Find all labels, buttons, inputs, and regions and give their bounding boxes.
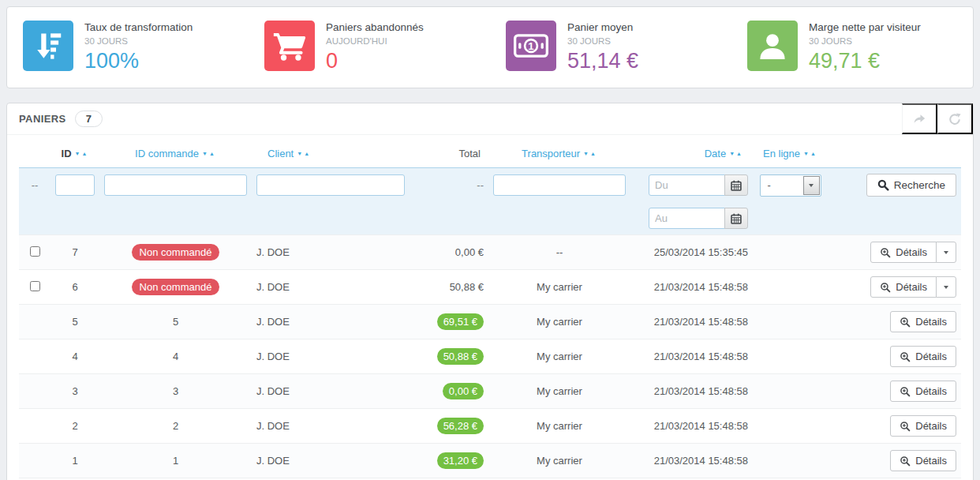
column-header-date[interactable]: Date▼▲ [630,140,753,168]
cell-total: 0,00 € [410,374,488,409]
column-header-order-id[interactable]: ID commande▼▲ [99,140,252,168]
sort-icons[interactable]: ▼▲ [803,151,817,156]
carts-table: ID▼▲ ID commande▼▲ Client▼▲ Total Transp… [19,140,961,478]
select-dropdown-button[interactable] [803,176,820,195]
cell-online [753,339,828,374]
table-header-row: ID▼▲ ID commande▼▲ Client▼▲ Total Transp… [19,140,961,168]
cell-client: J. DOE [252,339,410,374]
kpi-panel: Taux de transformation 30 JOURS 100% Pan… [6,6,974,88]
filter-checkbox-placeholder: -- [19,168,50,203]
kpi-card-average-cart: 1 Panier moyen 30 JOURS 51,14 € [490,21,731,74]
sort-icons[interactable]: ▼▲ [729,151,743,156]
refresh-button[interactable] [937,103,973,134]
filter-id-input[interactable] [55,174,95,196]
filter-online-select[interactable]: - [760,174,821,197]
cell-client: J. DOE [252,305,410,339]
cell-total: 69,51 € [410,305,488,339]
cell-total: 56,28 € [410,409,488,444]
column-header-id[interactable]: ID▼▲ [50,140,99,168]
money-icon: 1 [506,21,556,71]
calendar-icon [731,180,742,191]
kpi-title: Taux de transformation [84,21,193,34]
table-body: 7 Non commandé J. DOE 0,00 € -- 25/03/20… [19,235,961,478]
filter-row-date-to [19,202,961,235]
table-row: 4 4 J. DOE 50,88 € My carrier 21/03/2014… [19,339,961,374]
carts-panel: PANIERS 7 ID▼▲ [6,103,974,480]
table-row: 6 Non commandé J. DOE 50,88 € My carrier… [19,270,961,305]
kpi-value: 0 [326,48,424,74]
cell-id: 4 [50,339,99,374]
filter-client-input[interactable] [256,174,405,196]
details-button[interactable]: Détails [890,311,956,332]
cell-order-id: Non commandé [99,270,252,305]
search-button[interactable]: Recherche [866,174,956,197]
kpi-subtitle: 30 JOURS [809,36,921,47]
details-button[interactable]: Détails [870,242,937,263]
kpi-subtitle: 30 JOURS [84,36,193,47]
details-dropdown-toggle[interactable] [936,276,956,298]
filter-carrier-input[interactable] [493,174,626,196]
kpi-title: Paniers abandonnés [326,21,424,34]
sort-amount-desc-icon [23,21,73,71]
cell-checkbox [19,305,50,339]
filter-order-id-input[interactable] [104,174,247,196]
cell-checkbox [19,409,50,444]
date-to-calendar-button[interactable] [724,208,748,229]
cell-carrier: My carrier [488,339,630,374]
details-button[interactable]: Détails [890,450,956,471]
cell-id: 7 [50,235,99,270]
cell-carrier: My carrier [488,409,630,444]
details-button[interactable]: Détails [890,415,956,437]
sort-icons[interactable]: ▼▲ [75,151,89,156]
cell-client: J. DOE [252,235,410,270]
kpi-value: 49,71 € [809,48,921,74]
cell-online [753,270,828,305]
cell-id: 5 [50,305,99,339]
svg-text:1: 1 [528,40,533,52]
count-badge: 7 [75,111,103,127]
cell-date: 21/03/2014 15:48:58 [630,270,753,305]
sort-icons[interactable]: ▼▲ [583,151,597,156]
cell-carrier: My carrier [488,270,630,305]
row-checkbox[interactable] [30,246,40,257]
export-icon [913,113,926,126]
cell-date: 21/03/2014 15:48:58 [630,409,753,444]
kpi-card-abandoned-carts: Paniers abandonnés AUJOURD'HUI 0 [249,21,490,74]
details-button[interactable]: Détails [890,346,956,367]
user-icon [747,21,798,71]
cell-client: J. DOE [252,270,410,305]
cell-total: 50,88 € [410,270,488,305]
refresh-icon [948,113,961,126]
cell-client: J. DOE [252,444,410,478]
cell-online [753,235,828,270]
column-header-carrier[interactable]: Transporteur▼▲ [488,140,630,168]
sort-icons[interactable]: ▼▲ [202,151,216,156]
kpi-value: 51,14 € [567,48,638,74]
details-button[interactable]: Détails [890,381,956,402]
cell-online [753,409,828,444]
sort-icons[interactable]: ▼▲ [297,151,311,156]
column-header-client[interactable]: Client▼▲ [252,140,410,168]
details-button[interactable]: Détails [870,276,937,298]
filter-date-from-input[interactable] [649,174,725,196]
filter-date-to-input[interactable] [649,208,725,229]
table-row: 7 Non commandé J. DOE 0,00 € -- 25/03/20… [19,235,961,270]
kpi-card-conversion-rate: Taux de transformation 30 JOURS 100% [7,21,249,74]
details-dropdown-toggle[interactable] [936,242,956,263]
cell-order-id: 1 [99,444,252,478]
search-icon [877,179,889,191]
column-header-online[interactable]: En ligne▼▲ [753,140,828,168]
row-checkbox[interactable] [30,281,40,291]
table-row: 3 3 J. DOE 0,00 € My carrier 21/03/2014 … [19,374,961,409]
cell-date: 21/03/2014 15:48:58 [630,374,753,409]
cell-actions: Détails [828,305,961,339]
cell-order-id: 4 [99,339,252,374]
kpi-subtitle: 30 JOURS [567,36,638,47]
export-button[interactable] [902,103,937,134]
column-header-total: Total [410,140,488,168]
cell-online [753,374,828,409]
cell-date: 21/03/2014 15:48:58 [630,444,753,478]
caret-down-icon [809,184,814,187]
cell-order-id: Non commandé [99,235,252,270]
date-from-calendar-button[interactable] [724,174,748,196]
